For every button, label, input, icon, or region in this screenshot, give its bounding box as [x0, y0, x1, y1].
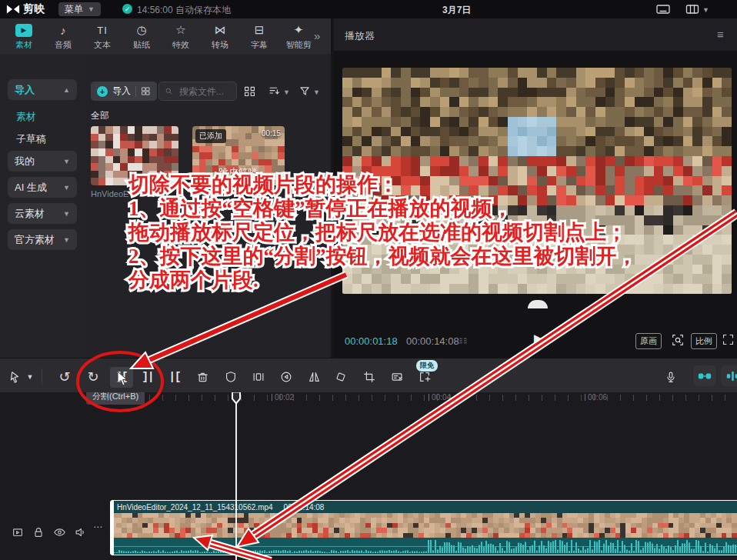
library-sidebar: 导入▲ 素材 子草稿 我的▼ AI 生成▼ 云素材▼ 官方素材▼	[0, 54, 85, 358]
clip-trim-handle-left[interactable]	[110, 500, 114, 555]
ruler-tick: 00:06	[588, 393, 607, 402]
tab-audio[interactable]: ♪ 音频	[44, 21, 82, 53]
delete-left-icon[interactable]: ]|	[138, 368, 157, 386]
shortcut-keyboard-icon[interactable]	[655, 3, 671, 15]
playhead-line[interactable]	[235, 392, 237, 560]
preview-zoom-icon[interactable]	[671, 333, 685, 347]
player-menu-icon[interactable]: ≡	[717, 28, 724, 41]
linkage-toggle[interactable]	[721, 365, 737, 386]
search-input[interactable]	[178, 85, 232, 98]
sidebar-group-cloud-assets[interactable]: 云素材▼	[8, 203, 77, 224]
clip-filmstrip	[111, 513, 737, 538]
limited-free-badge: 限免	[416, 360, 438, 372]
tab-text[interactable]: TI 文本	[83, 21, 122, 53]
plus-icon: +	[97, 86, 108, 97]
fullscreen-icon[interactable]	[722, 333, 735, 346]
clip-filename: HnVideoEditor_2024_12_11_154310562.mp4	[117, 503, 273, 512]
layout-mode-icon[interactable]	[685, 3, 700, 15]
chevron-down-icon: ▼	[283, 88, 290, 96]
tutorial-annotation-text: 切除不要的视频片段的操作： 1、通过按“空格键”暂停正在播放的视频， 拖动播放标…	[128, 173, 638, 292]
chevron-down-icon: ▼	[313, 88, 320, 96]
tab-sticker[interactable]: ◷ 贴纸	[122, 21, 161, 53]
transition-tab-icon: ⋈	[215, 22, 226, 38]
total-duration: 00:00:14:08	[406, 335, 459, 347]
freeze-frame-icon[interactable]	[249, 368, 268, 386]
sidebar-item-subdraft[interactable]: 子草稿	[16, 132, 46, 146]
chevron-down-icon: ▼	[63, 210, 70, 218]
video-swipe-handle	[528, 300, 548, 308]
original-quality-button[interactable]: 原画	[635, 333, 662, 349]
section-all-label[interactable]: 全部	[91, 109, 109, 122]
app-logo-icon	[6, 4, 20, 15]
search-box[interactable]	[158, 82, 237, 101]
sidebar-group-import[interactable]: 导入▲	[8, 79, 77, 100]
ruler-tick: 00:04	[432, 393, 451, 402]
track-magnet-toggle[interactable]	[693, 365, 716, 386]
split-tooltip: 分割(Ctrl+B)	[86, 392, 145, 405]
sidebar-group-ai-generate[interactable]: AI 生成▼	[8, 177, 77, 198]
crop-icon[interactable]	[360, 368, 379, 386]
audio-tab-icon: ♪	[60, 22, 66, 38]
menu-button[interactable]: 菜单▼	[58, 2, 101, 16]
compact-view-icon[interactable]	[243, 85, 256, 98]
clip-waveform	[111, 538, 737, 554]
sidebar-group-official-assets[interactable]: 官方素材▼	[8, 229, 77, 250]
clip-duration: 00:00:14:08	[284, 503, 325, 512]
undo-icon[interactable]: ↺	[55, 368, 74, 386]
chevron-down-icon: ▼	[63, 158, 70, 165]
capcut-app-window: 剪映 菜单▼ ✓ 14:56:00 自动保存本地 3月7日 ▼ ▶ 素材 ♪ 音…	[0, 0, 737, 560]
sidebar-item-media[interactable]: 素材	[16, 110, 36, 124]
reverse-play-icon[interactable]	[277, 368, 295, 386]
smart-edit-tab-icon: ✦	[294, 22, 304, 38]
chevron-down-icon[interactable]: ▼	[25, 368, 35, 386]
timeline-area[interactable]: 00:02 00:04 00:06 分割(Ctrl+B) ⋯ HnVideoEd…	[0, 392, 737, 560]
effects-tab-icon: ☆	[175, 22, 185, 38]
sidebar-group-mine[interactable]: 我的▼	[8, 151, 77, 172]
import-collage-icon[interactable]	[141, 86, 151, 96]
split-button[interactable]: ][	[112, 368, 131, 386]
mask-icon[interactable]	[222, 368, 240, 386]
delete-icon[interactable]	[193, 368, 212, 386]
play-button[interactable]: ▶	[534, 332, 543, 345]
ratio-button[interactable]: 比例	[691, 333, 717, 349]
select-tool-icon[interactable]	[6, 368, 25, 386]
sort-icon[interactable]	[268, 85, 282, 98]
player-title: 播放器	[345, 29, 375, 43]
divider	[42, 368, 42, 384]
autosave-status: 14:56:00 自动保存本地	[137, 4, 231, 17]
chevron-down-icon: ▼	[63, 184, 70, 192]
redo-icon[interactable]: ↻	[84, 368, 102, 386]
track-visibility-icon[interactable]	[52, 525, 67, 539]
track-more-icon[interactable]: ⋯	[93, 522, 103, 532]
delete-right-icon[interactable]: |[	[165, 368, 184, 386]
record-mic-icon[interactable]	[662, 368, 680, 386]
mirror-icon[interactable]	[305, 368, 323, 386]
text-erase-icon[interactable]	[388, 368, 406, 386]
thumbnail-filename: HnVideoE	[91, 189, 128, 198]
text-tab-icon: TI	[97, 22, 108, 38]
chevron-down-icon[interactable]: ▼	[702, 6, 709, 14]
filter-icon[interactable]	[298, 85, 312, 98]
rotate-icon[interactable]	[332, 368, 350, 386]
more-tabs-chevron[interactable]: »	[314, 29, 320, 42]
track-mute-icon[interactable]	[73, 525, 88, 539]
track-lock-icon[interactable]	[32, 525, 45, 539]
search-icon	[165, 87, 174, 96]
time-ruler[interactable]	[110, 395, 737, 401]
video-clip[interactable]: HnVideoEditor_2024_12_11_154310562.mp4 0…	[110, 500, 737, 555]
chevron-up-icon: ▲	[63, 86, 70, 94]
tab-effects[interactable]: ☆ 特效	[162, 21, 200, 53]
media-tab-icon: ▶	[15, 22, 32, 38]
quality-grid-icon[interactable]	[457, 335, 469, 346]
duration-badge: 00:15	[262, 129, 281, 138]
tab-captions[interactable]: ⊟ 字幕	[240, 21, 278, 53]
sticker-tab-icon: ◷	[136, 22, 146, 38]
tab-media[interactable]: ▶ 素材	[5, 21, 43, 53]
tab-transition[interactable]: ⋈ 转场	[201, 21, 239, 53]
top-menu-bar: 剪映 菜单▼ ✓ 14:56:00 自动保存本地 3月7日 ▼	[0, 0, 737, 18]
tab-smart-edit[interactable]: ✦ 智能剪	[279, 21, 318, 53]
edit-toolbar: ▼ ↺ ↻ ][ ]| |[	[0, 358, 737, 392]
playhead-marker[interactable]	[231, 392, 242, 405]
track-cover-icon[interactable]	[11, 525, 25, 539]
import-button[interactable]: + 导入	[91, 82, 157, 101]
